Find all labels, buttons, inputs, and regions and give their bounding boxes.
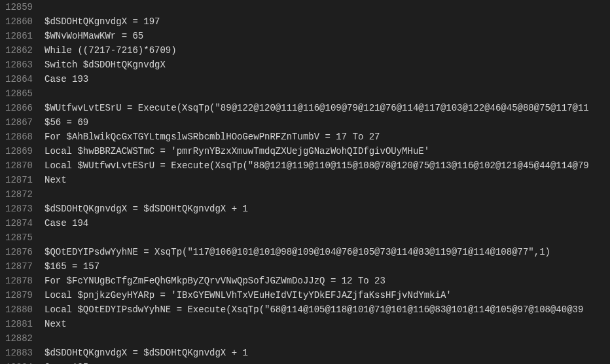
code-line[interactable] bbox=[45, 187, 610, 202]
line-number: 12866 bbox=[5, 101, 33, 115]
code-content[interactable]: $dSDOHtQKgnvdgX = 197$WNvWoHMawKWr = 65W… bbox=[42, 0, 610, 364]
line-number: 12867 bbox=[5, 115, 33, 130]
line-number: 12883 bbox=[5, 346, 33, 360]
line-number: 12881 bbox=[5, 317, 33, 331]
line-number: 12875 bbox=[5, 230, 33, 245]
line-number: 12870 bbox=[5, 158, 33, 173]
line-number: 12882 bbox=[5, 331, 33, 346]
code-line[interactable]: $165 = 157 bbox=[45, 259, 610, 274]
line-number: 12863 bbox=[5, 58, 33, 72]
line-number: 12862 bbox=[5, 43, 33, 58]
code-editor: 1285912860128611286212863128641286512866… bbox=[0, 0, 610, 364]
line-number: 12864 bbox=[5, 72, 33, 86]
line-number: 12873 bbox=[5, 202, 33, 216]
code-line[interactable] bbox=[45, 230, 610, 245]
line-number: 12869 bbox=[5, 144, 33, 158]
code-line[interactable]: $WNvWoHMawKWr = 65 bbox=[45, 29, 610, 43]
code-line[interactable]: $dSDOHtQKgnvdgX = $dSDOHtQKgnvdgX + 1 bbox=[45, 202, 610, 216]
code-line[interactable]: $dSDOHtQKgnvdgX = 197 bbox=[45, 14, 610, 29]
code-line[interactable]: Next bbox=[45, 173, 610, 187]
code-line[interactable]: For $AhBlwikQcGxTGYLtmgslwSRbcmblHOoGewP… bbox=[45, 130, 610, 144]
code-line[interactable]: Local $pnjkzGeyHYARp = 'IBxGYEWNLVhTxVEu… bbox=[45, 288, 610, 302]
code-line[interactable] bbox=[45, 331, 610, 346]
line-number: 12880 bbox=[5, 302, 33, 317]
code-line[interactable] bbox=[45, 0, 610, 14]
line-number: 12874 bbox=[5, 216, 33, 230]
line-number: 12859 bbox=[5, 0, 33, 14]
line-number: 12878 bbox=[5, 274, 33, 288]
code-line[interactable]: While ((7217-7216)*6709) bbox=[45, 43, 610, 58]
line-number: 12865 bbox=[5, 86, 33, 101]
line-number: 12884 bbox=[5, 360, 33, 364]
code-line[interactable]: Case 194 bbox=[45, 216, 610, 230]
code-line[interactable]: $dSDOHtQKgnvdgX = $dSDOHtQKgnvdgX + 1 bbox=[45, 346, 610, 360]
code-line[interactable]: Local $WUtfwvLvtESrU = Execute(XsqTp("88… bbox=[45, 158, 610, 173]
line-number: 12860 bbox=[5, 14, 33, 29]
code-line[interactable]: Case 195 bbox=[45, 360, 610, 364]
line-number: 12876 bbox=[5, 245, 33, 259]
line-number-gutter: 1285912860128611286212863128641286512866… bbox=[0, 0, 42, 364]
code-line[interactable]: Local $hwBBRZACWSTmC = 'pmrRynYBzxXmuwTm… bbox=[45, 144, 610, 158]
code-line[interactable]: $QOtEDYIPsdwYyhNE = XsqTp("117@106@101@1… bbox=[45, 245, 610, 259]
code-line[interactable]: Next bbox=[45, 317, 610, 331]
line-number: 12877 bbox=[5, 259, 33, 274]
line-number: 12872 bbox=[5, 187, 33, 202]
code-line[interactable] bbox=[45, 86, 610, 101]
line-number: 12879 bbox=[5, 288, 33, 302]
code-line[interactable]: Switch $dSDOHtQKgnvdgX bbox=[45, 58, 610, 72]
code-line[interactable]: Case 193 bbox=[45, 72, 610, 86]
line-number: 12871 bbox=[5, 173, 33, 187]
code-line[interactable]: $WUtfwvLvtESrU = Execute(XsqTp("89@122@1… bbox=[45, 101, 610, 115]
code-line[interactable]: $56 = 69 bbox=[45, 115, 610, 130]
code-line[interactable]: For $FcYNUgBcTfgZmFeQhGMkpByZQrvVNwQpSof… bbox=[45, 274, 610, 288]
code-line[interactable]: Local $QOtEDYIPsdwYyhNE = Execute(XsqTp(… bbox=[45, 302, 610, 317]
line-number: 12868 bbox=[5, 130, 33, 144]
line-number: 12861 bbox=[5, 29, 33, 43]
